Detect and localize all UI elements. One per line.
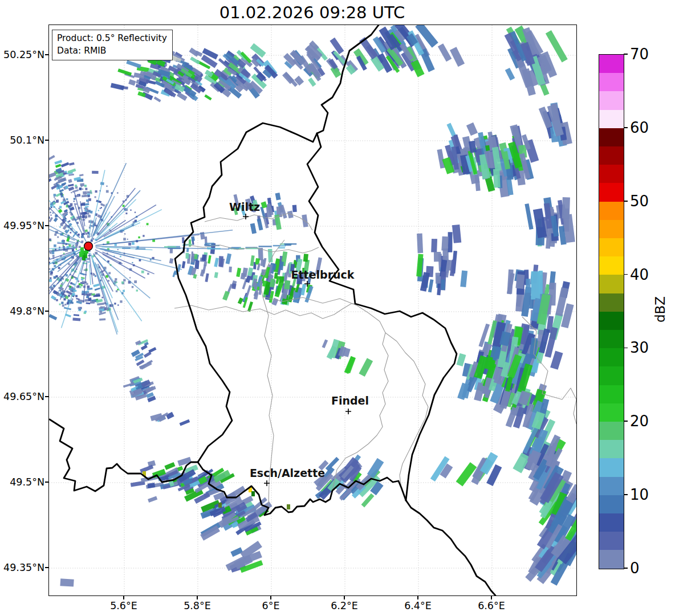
- clutter-dot: [57, 293, 60, 296]
- clutter-dot: [93, 273, 94, 274]
- clutter-dot: [49, 209, 50, 210]
- colorbar-tick-label: 40: [630, 265, 649, 284]
- clutter-dot: [79, 187, 82, 190]
- clutter-dot: [65, 210, 67, 212]
- echo-streak: [229, 267, 231, 272]
- clutter-dot: [52, 213, 54, 214]
- clutter-dot: [55, 275, 58, 278]
- echo-streak: [214, 272, 218, 278]
- clutter-dot: [71, 302, 74, 304]
- colorbar-segment: [599, 91, 624, 109]
- echo-streak: [54, 217, 58, 222]
- country-border: [317, 25, 379, 133]
- echo-streak: [524, 203, 533, 230]
- echo-streak: [79, 174, 84, 176]
- clutter-dot: [116, 290, 117, 292]
- colorbar-segment: [599, 513, 624, 532]
- echo-streak: [87, 285, 90, 288]
- clutter-dot: [95, 275, 96, 277]
- echo-streak: [72, 189, 79, 193]
- echo-streak: [437, 149, 445, 168]
- clutter-dot: [101, 297, 103, 299]
- clutter-dot: [132, 262, 133, 263]
- clutter-dot: [61, 301, 63, 304]
- colorbar-segment: [599, 275, 624, 293]
- clutter-dot: [87, 201, 89, 203]
- colorbar-segment: [599, 55, 624, 73]
- echo-streak: [505, 68, 515, 80]
- echo-streak: [526, 279, 530, 293]
- clutter-dot: [80, 284, 83, 286]
- clutter-dot: [72, 245, 74, 246]
- clutter-dot: [123, 279, 125, 282]
- colorbar-tick-mark: [624, 274, 628, 275]
- echo-streak: [169, 258, 174, 264]
- echo-streak: [170, 248, 173, 254]
- lon-tick-label: 6°E: [248, 599, 294, 612]
- data-source-label: Data: RMIB: [57, 44, 167, 57]
- colorbar-segment: [599, 256, 624, 275]
- colorbar-segment: [599, 403, 624, 422]
- city-marker-findel: [345, 409, 351, 414]
- colorbar-tick-mark: [624, 201, 628, 202]
- echo-speck: [79, 252, 83, 257]
- echo-speck: [218, 503, 222, 508]
- clutter-dot: [72, 219, 74, 221]
- clutter-dot: [79, 286, 82, 288]
- echo-streak: [417, 233, 423, 253]
- colorbar-tick-mark: [624, 348, 628, 349]
- echo-streak: [68, 186, 75, 191]
- clutter-spoke: [103, 252, 154, 274]
- clutter-dot: [68, 263, 70, 265]
- echo-streak: [345, 356, 356, 373]
- clutter-dot: [75, 295, 78, 297]
- clutter-dot: [68, 295, 70, 297]
- echo-speck: [287, 504, 290, 509]
- clutter-dot: [121, 282, 124, 284]
- clutter-dot: [50, 211, 51, 213]
- lat-tick-label: 50.25°N: [0, 48, 44, 61]
- echo-streak: [246, 285, 251, 297]
- echo-streak: [242, 267, 248, 277]
- clutter-dot: [49, 239, 51, 241]
- clutter-dot: [78, 307, 80, 309]
- clutter-dot: [85, 215, 88, 218]
- clutter-dot: [49, 289, 50, 291]
- city-label-wiltz: Wiltz: [229, 201, 260, 213]
- lat-tick-label: 49.95°N: [0, 219, 44, 232]
- regional-border: [174, 304, 355, 319]
- lat-tick-label: 49.65°N: [0, 390, 44, 403]
- echo-speck: [80, 247, 84, 252]
- colorbar-segment: [599, 458, 624, 476]
- clutter-dot: [71, 246, 72, 247]
- clutter-dot: [101, 207, 102, 208]
- echo-streak: [68, 179, 72, 183]
- lon-tick-mark: [270, 596, 271, 599]
- clutter-dot: [67, 302, 69, 304]
- echo-speck: [251, 491, 255, 496]
- clutter-dot: [88, 261, 90, 263]
- echo-streak: [236, 268, 241, 277]
- clutter-dot: [132, 286, 134, 288]
- echo-streak: [539, 271, 543, 294]
- clutter-dot: [106, 190, 109, 193]
- clutter-dot: [54, 292, 56, 294]
- echo-streak: [49, 314, 57, 320]
- echo-streak: [90, 211, 93, 214]
- clutter-dot: [134, 280, 137, 283]
- lon-tick-mark: [123, 596, 124, 599]
- echo-streak: [141, 345, 148, 350]
- echo-streak: [96, 200, 101, 203]
- lon-tick-label: 5.8°E: [174, 599, 220, 612]
- echo-streak: [493, 169, 501, 187]
- clutter-dot: [127, 239, 128, 240]
- clutter-spoke: [95, 262, 119, 320]
- clutter-dot: [90, 190, 91, 192]
- colorbar-segment: [599, 73, 624, 91]
- lon-tick-label: 6.4°E: [395, 599, 441, 612]
- clutter-dot: [58, 208, 60, 210]
- colorbar-tick-label: 0: [630, 558, 640, 578]
- clutter-dot: [74, 201, 75, 202]
- echo-streak: [257, 219, 263, 231]
- clutter-dot: [49, 217, 50, 219]
